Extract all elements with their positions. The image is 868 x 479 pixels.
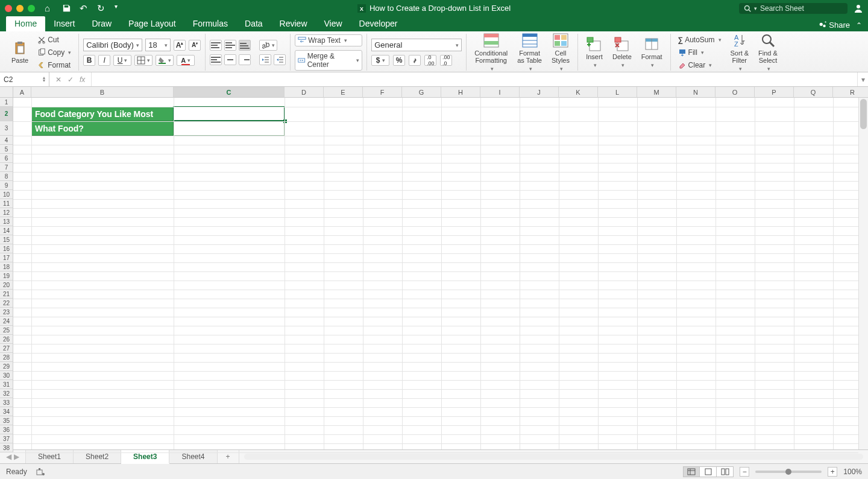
col-header-n[interactable]: N [676,87,715,98]
sheet-next-icon[interactable]: ▶ [14,452,19,461]
percent-button[interactable]: % [393,55,405,66]
row-header-8[interactable]: 8 [0,172,13,181]
comma-button[interactable] [409,55,421,66]
tab-page-layout[interactable]: Page Layout [120,16,184,31]
collapse-ribbon-icon[interactable]: ⌃ [856,21,862,30]
copy-button[interactable]: Copy [34,46,74,59]
row-header-35[interactable]: 35 [0,416,13,425]
row-header-37[interactable]: 37 [0,434,13,443]
home-icon[interactable]: ⌂ [45,4,54,13]
minimize-icon[interactable] [16,5,24,12]
row-header-32[interactable]: 32 [0,389,13,398]
col-header-a[interactable]: A [13,87,31,98]
row-header-11[interactable]: 11 [0,199,13,208]
row-header-25[interactable]: 25 [0,326,13,335]
row-header-29[interactable]: 29 [0,362,13,371]
zoom-level[interactable]: 100% [843,468,862,476]
tab-review[interactable]: Review [271,16,316,31]
number-format-select[interactable]: General▾ [371,39,462,51]
format-cells-button[interactable]: Format [638,35,666,69]
redo-icon[interactable]: ↻ [97,4,106,13]
merge-center-button[interactable]: Merge & Center [295,50,362,71]
row-header-30[interactable]: 30 [0,371,13,380]
cut-button[interactable]: Cut [34,34,74,46]
row-header-15[interactable]: 15 [0,235,13,244]
col-header-l[interactable]: L [598,87,637,98]
row-header-31[interactable]: 31 [0,380,13,389]
col-header-f[interactable]: F [363,87,402,98]
maximize-icon[interactable] [28,5,35,12]
row-header-7[interactable]: 7 [0,163,13,172]
fx-icon[interactable]: fx [80,75,85,84]
expand-formula-bar-icon[interactable]: ▾ [857,72,868,86]
row-header-28[interactable]: 28 [0,353,13,362]
row-header-38[interactable]: 38 [0,443,13,452]
decrease-decimal-icon[interactable]: .00.0 [440,55,452,66]
row-header-33[interactable]: 33 [0,398,13,407]
increase-font-icon[interactable]: A▴ [174,40,186,51]
column-headers[interactable]: ABCDEFGHIJKLMNOPQR [13,87,868,98]
row-header-9[interactable]: 9 [0,181,13,190]
font-name-select[interactable]: Calibri (Body)▾ [83,39,142,51]
qat-more-icon[interactable]: ▾ [115,4,124,13]
row-headers[interactable]: 1234567891011121314151617181920212223242… [0,98,13,452]
undo-icon[interactable]: ↶ [80,4,89,13]
cells-area[interactable]: Food Category You Like Most What Food? [13,98,858,449]
row-header-3[interactable]: 3 [0,121,13,136]
clear-button[interactable]: Clear [675,59,725,71]
row-header-24[interactable]: 24 [0,317,13,326]
cell-b2[interactable]: Food Category You Like Most [31,107,174,121]
tab-home[interactable]: Home [6,16,45,31]
font-color-button[interactable]: A [177,55,195,66]
row-header-19[interactable]: 19 [0,271,13,281]
spreadsheet-grid[interactable]: ABCDEFGHIJKLMNOPQR 123456789101112131415… [0,87,868,449]
font-size-select[interactable]: 18▾ [145,39,171,51]
row-header-26[interactable]: 26 [0,335,13,344]
col-header-e[interactable]: E [324,87,363,98]
zoom-out-button[interactable]: − [740,467,749,477]
increase-indent-icon[interactable] [274,54,286,65]
tab-formulas[interactable]: Formulas [184,16,236,31]
tab-data[interactable]: Data [236,16,271,31]
close-icon[interactable] [5,5,12,12]
row-header-14[interactable]: 14 [0,226,13,235]
macro-recorder-icon[interactable] [36,467,45,477]
col-header-q[interactable]: Q [794,87,833,98]
row-header-27[interactable]: 27 [0,344,13,353]
underline-button[interactable]: U [113,55,131,66]
col-header-d[interactable]: D [285,87,324,98]
save-icon[interactable] [62,4,71,13]
row-header-12[interactable]: 12 [0,208,13,217]
format-as-table-button[interactable]: Format as Table [514,31,546,74]
tab-insert[interactable]: Insert [45,16,83,31]
align-top-icon[interactable] [210,40,222,51]
align-right-icon[interactable] [239,54,251,65]
row-header-23[interactable]: 23 [0,308,13,317]
share-button[interactable]: + Share [818,21,850,30]
row-header-36[interactable]: 36 [0,425,13,434]
row-header-6[interactable]: 6 [0,154,13,163]
row-header-10[interactable]: 10 [0,190,13,199]
horizontal-scrollbar[interactable] [244,454,864,460]
align-middle-icon[interactable] [224,40,236,51]
zoom-in-button[interactable]: + [828,467,837,477]
delete-cells-button[interactable]: Delete [609,35,635,69]
borders-button[interactable] [134,55,153,66]
cell-c3[interactable] [174,121,285,136]
cancel-formula-icon[interactable]: ✕ [55,75,61,84]
fill-button[interactable]: Fill [675,46,725,59]
align-center-icon[interactable] [224,54,236,65]
tab-draw[interactable]: Draw [83,16,120,31]
tab-developer[interactable]: Developer [351,16,406,31]
page-break-view-icon[interactable] [717,466,734,477]
orientation-button[interactable]: ab [259,40,277,51]
name-box[interactable]: C2 ▴▾ [0,72,49,86]
col-header-j[interactable]: J [520,87,559,98]
normal-view-icon[interactable] [683,466,700,477]
bold-button[interactable]: B [83,55,95,66]
italic-button[interactable]: I [98,55,110,66]
align-left-icon[interactable] [210,54,222,65]
wrap-text-button[interactable]: Wrap Text [295,34,362,46]
col-header-p[interactable]: P [755,87,794,98]
row-header-22[interactable]: 22 [0,299,13,308]
